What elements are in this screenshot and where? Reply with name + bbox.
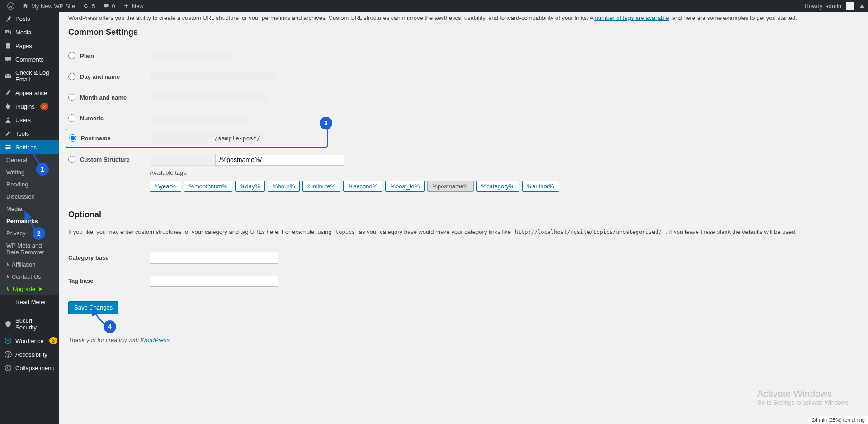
wp-logo[interactable] — [4, 0, 18, 12]
tag-day[interactable]: %day% — [235, 181, 265, 192]
comment-icon — [103, 2, 110, 10]
avatar — [846, 2, 854, 10]
sidebar-item-checklog[interactable]: Check & Log Email — [0, 66, 59, 86]
sidebar-item-comments[interactable]: Comments — [0, 52, 59, 66]
available-tags-label: Available tags: — [150, 169, 559, 176]
radio-input-monthname[interactable] — [68, 94, 75, 101]
submenu-affiliation[interactable]: ↳Affiliation — [0, 258, 59, 271]
comment-icon — [5, 56, 12, 63]
tag-author[interactable]: %author% — [522, 181, 559, 192]
sidebar-item-posts[interactable]: Posts — [0, 12, 59, 25]
svg-point-9 — [9, 146, 10, 148]
heading-common: Common Settings — [68, 28, 859, 37]
submenu-reading[interactable]: Reading — [0, 178, 59, 191]
tag-category[interactable]: %category% — [476, 181, 519, 192]
radio-row-custom: Custom Structure Available tags: %year% … — [68, 148, 859, 198]
wordpress-link[interactable]: WordPress — [141, 337, 170, 343]
radio-plain[interactable]: Plain — [68, 52, 150, 59]
sidebar-item-appearance[interactable]: Appearance — [0, 86, 59, 100]
radio-numeric[interactable]: Numeric — [68, 114, 150, 122]
svg-point-4 — [7, 117, 9, 119]
sidebar-item-label: Posts — [15, 15, 30, 22]
howdy-text: Howdy, admin — [805, 3, 841, 10]
wordpress-icon — [7, 2, 14, 10]
input-tag-base[interactable] — [150, 275, 278, 287]
settings-icon — [5, 143, 12, 151]
radio-row-dayname: Day and name — [68, 66, 859, 87]
radio-monthname[interactable]: Month and name — [68, 94, 150, 101]
wrench-icon — [5, 130, 12, 137]
sidebar-item-media[interactable]: Media — [0, 25, 59, 39]
user-icon — [5, 116, 12, 124]
plus-icon — [123, 2, 130, 10]
radio-dayname[interactable]: Day and name — [68, 73, 150, 80]
radio-custom[interactable]: Custom Structure — [68, 154, 150, 163]
radio-input-dayname[interactable] — [68, 73, 75, 80]
sidebar-item-wordfence[interactable]: Wordfence 3 — [0, 334, 59, 348]
submenu-contact[interactable]: ↳Contact Us — [0, 271, 59, 283]
callout-2: 2 — [33, 227, 45, 240]
page-icon — [5, 42, 12, 49]
plug-icon — [5, 103, 12, 110]
sidebar-item-users[interactable]: Users — [0, 113, 59, 127]
blurred-url — [150, 72, 276, 81]
sidebar-item-tools[interactable]: Tools — [0, 127, 59, 140]
sidebar-item-label: Tools — [15, 130, 29, 137]
sidebar-item-label: Users — [15, 117, 31, 124]
scroll-up-icon[interactable] — [860, 5, 864, 8]
sidebar-item-accessibility[interactable]: Accessibility — [0, 348, 59, 353]
svg-point-13 — [5, 351, 11, 353]
input-category-base[interactable] — [150, 252, 278, 264]
sidebar-item-label: Media — [15, 29, 31, 36]
radio-input-custom[interactable] — [68, 156, 75, 163]
sidebar-item-label: Read Meter — [15, 299, 46, 305]
sidebar-item-pages[interactable]: Pages — [0, 39, 59, 52]
svg-rect-12 — [7, 340, 9, 341]
svg-point-0 — [8, 3, 14, 9]
tag-monthnum[interactable]: %monthnum% — [184, 181, 232, 192]
admin-bar: My New WP Site 5 0 New Howdy, admin — [0, 0, 868, 12]
site-link[interactable]: My New WP Site — [18, 0, 79, 12]
comments-count: 0 — [112, 3, 115, 10]
admin-sidebar: Posts Media Pages Comments Check & Log E… — [0, 12, 59, 353]
sidebar-item-readmeter[interactable]: Read Meter — [0, 295, 59, 309]
tag-hour[interactable]: %hour% — [268, 181, 300, 192]
new-link[interactable]: New — [119, 0, 147, 12]
radio-postname[interactable]: Post name — [69, 134, 151, 142]
tag-second[interactable]: %second% — [343, 181, 382, 192]
refresh-link[interactable]: 5 — [79, 0, 99, 12]
tags-available-link[interactable]: number of tags are available — [594, 14, 669, 21]
tag-postid[interactable]: %post_id% — [385, 181, 425, 192]
sidebar-item-label: Accessibility — [15, 351, 47, 353]
custom-structure-input[interactable] — [215, 154, 344, 166]
refresh-count: 5 — [92, 3, 95, 10]
sidebar-item-label: Appearance — [15, 90, 47, 96]
sidebar-item-sucuri[interactable]: Sucuri Security — [0, 314, 59, 334]
blurred-url — [150, 52, 233, 60]
shield-icon — [5, 320, 12, 328]
svg-rect-2 — [10, 31, 11, 34]
plugins-badge: 2 — [40, 103, 48, 110]
submenu-wpmeta[interactable]: WP Meta and Date Remover — [0, 239, 59, 258]
sidebar-item-label: Wordfence — [15, 338, 44, 344]
refresh-icon — [82, 2, 90, 10]
blurred-url — [150, 93, 269, 101]
footer-credit: Thank you for creating with WordPress. — [68, 337, 859, 343]
tags-row: %year% %monthnum% %day% %hour% %minute% … — [150, 181, 559, 192]
tag-year[interactable]: %year% — [150, 181, 181, 192]
tag-postname[interactable]: %postname% — [427, 181, 473, 192]
blurred-url — [153, 134, 214, 142]
tag-minute[interactable]: %minute% — [302, 181, 340, 192]
submenu-discussion[interactable]: Discussion — [0, 191, 59, 203]
sidebar-item-label: Check & Log Email — [15, 69, 55, 83]
radio-input-plain[interactable] — [68, 52, 75, 59]
comments-link[interactable]: 0 — [99, 0, 119, 12]
submenu-upgrade[interactable]: ↳Upgrade➤ — [0, 283, 59, 295]
radio-row-numeric: Numeric — [68, 108, 859, 129]
callout-1: 1 — [36, 163, 49, 176]
radio-input-numeric[interactable] — [68, 114, 75, 122]
sidebar-item-plugins[interactable]: Plugins 2 — [0, 100, 59, 113]
custom-input-wrap — [150, 154, 559, 166]
radio-input-postname[interactable] — [69, 134, 76, 142]
howdy-link[interactable]: Howdy, admin — [801, 0, 857, 12]
